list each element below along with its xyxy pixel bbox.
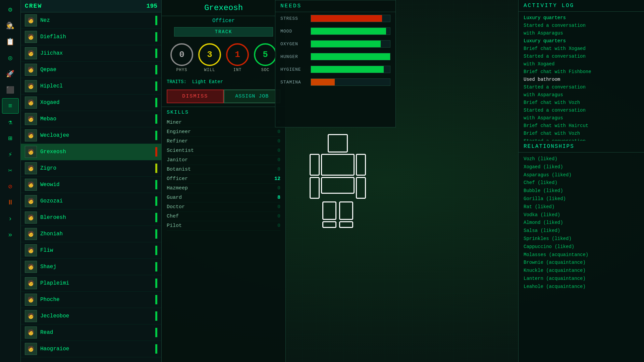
assign-job-button[interactable]: ASSIGN JOB: [224, 89, 281, 103]
skill-row: Engineer 0: [167, 127, 280, 137]
crew-item[interactable]: 🧑 Dieflaih: [21, 29, 161, 45]
relation-item: Asparagus (liked): [524, 171, 639, 179]
bolt-icon[interactable]: ⚡: [2, 146, 19, 162]
document-icon[interactable]: 📋: [2, 34, 19, 49]
skill-row: Chef 0: [167, 212, 280, 221]
character-panel: Grexeosh Officer TRACK 0 PHYS 3 WILL 1 I…: [162, 0, 286, 362]
need-bar-background: [311, 53, 390, 60]
crew-status-bar: [155, 98, 157, 107]
will-circle: 3: [198, 43, 221, 66]
pause-icon[interactable]: ⏸: [2, 195, 19, 210]
tools-icon[interactable]: ✂: [2, 163, 19, 178]
crew-status-bar: [155, 49, 157, 58]
skill-name: Doctor: [167, 204, 185, 210]
skill-value: 0: [277, 148, 280, 154]
stealth-icon[interactable]: 🕵: [2, 18, 19, 33]
crew-item[interactable]: 🧑 Zigro: [21, 160, 161, 177]
relation-item: Salsa (liked): [524, 227, 639, 235]
settings-icon[interactable]: ⚙: [2, 2, 19, 17]
sprite-feet: [322, 221, 353, 228]
screen-icon[interactable]: ⬛: [2, 82, 19, 98]
dismiss-button[interactable]: DISMISS: [167, 89, 224, 103]
relation-item: Vozh (liked): [524, 155, 639, 163]
crew-item[interactable]: 🧑 Nez: [21, 12, 161, 29]
crew-avatar: 🧑: [25, 212, 37, 224]
needs-title: NEEDS: [275, 0, 395, 12]
crew-item[interactable]: 🧑 Grexeosh: [21, 144, 161, 160]
skill-name: Engineer: [167, 129, 191, 135]
double-chevron-icon[interactable]: »: [2, 227, 19, 242]
need-label: OXYGEN: [280, 42, 307, 47]
crew-item[interactable]: 🧑 Jecleoboe: [21, 308, 161, 324]
crew-avatar: 🧑: [25, 310, 37, 322]
crew-item[interactable]: 🧑 Xogaed: [21, 95, 161, 111]
crew-item[interactable]: 🧑 Mebao: [21, 111, 161, 127]
activity-item: Started a conversation: [524, 138, 639, 141]
activity-item: with Asparagus: [524, 115, 639, 122]
sprite-right-leg: [339, 201, 353, 220]
crew-item[interactable]: 🧑 Bleroesh: [21, 209, 161, 226]
crew-item[interactable]: 🧑 Fliw: [21, 242, 161, 259]
skill-row: Scientist 0: [167, 146, 280, 156]
stat-will: 3 WILL: [198, 43, 221, 72]
crew-item[interactable]: 🧑 Zhoniah: [21, 226, 161, 242]
crew-item[interactable]: 🧑 Weowid: [21, 177, 161, 193]
crew-item[interactable]: 🧑 Plapleimi: [21, 275, 161, 292]
crew-status-bar: [155, 213, 157, 222]
sprite-left-foot: [322, 221, 336, 228]
activity-item: with Asparagus: [524, 92, 639, 99]
soc-circle: 5: [254, 43, 277, 66]
crew-status-bar: [155, 16, 157, 25]
crew-status-bar: [155, 262, 157, 272]
crew-member-name: Weowid: [40, 182, 152, 188]
skill-name: Scientist: [167, 148, 194, 154]
activity-item: Started a conversation: [524, 84, 639, 91]
crew-avatar: 🧑: [25, 80, 37, 92]
track-button[interactable]: TRACK: [174, 27, 273, 37]
activity-item: Brief chat with Fishbone: [524, 68, 639, 75]
crew-item[interactable]: 🧑 Hiplecl: [21, 78, 161, 95]
need-row: OXYGEN: [275, 38, 395, 50]
skill-value: 0: [277, 138, 280, 144]
skill-name: Pilot: [167, 223, 182, 229]
crew-item[interactable]: 🧑 Phoche: [21, 292, 161, 308]
sprite-lower-body: [321, 177, 355, 194]
crew-member-name: Haograioe: [40, 346, 152, 352]
flask-icon[interactable]: ⚗: [2, 114, 19, 130]
need-row: HUNGER: [275, 50, 395, 63]
crew-item[interactable]: 🧑 Shaej: [21, 259, 161, 275]
chevron-icon[interactable]: ›: [2, 211, 19, 226]
crew-icon[interactable]: ≡: [2, 98, 19, 114]
need-bar-background: [311, 78, 390, 86]
need-bar-background: [311, 40, 390, 48]
cancel-icon[interactable]: ⊘: [2, 179, 19, 194]
crew-member-name: Qepae: [40, 67, 152, 73]
skill-value: 0: [277, 214, 280, 219]
crew-list: 🧑 Nez 🧑 Dieflaih 🧑 Jiichax 🧑 Qepae 🧑 Hip…: [21, 12, 161, 360]
rocket-icon[interactable]: 🚀: [2, 66, 19, 81]
activity-log-panel: ACTIVITY LOG Luxury quartersStarted a co…: [518, 0, 644, 141]
relation-item: Xogaed (liked): [524, 163, 639, 171]
skill-row: Hazmeep 0: [167, 184, 280, 193]
crew-item[interactable]: 🧑 Jiichax: [21, 45, 161, 62]
crew-item[interactable]: 🧑 Qepae: [21, 62, 161, 78]
relation-item: Vodka (liked): [524, 211, 639, 219]
crew-item[interactable]: 🧑 Read: [21, 324, 161, 341]
grid-icon[interactable]: ⊞: [2, 130, 19, 146]
crew-avatar: 🧑: [25, 64, 37, 76]
crew-status-bar: [155, 279, 157, 288]
activity-item: with Xogaed: [524, 61, 639, 68]
activity-item: Started a conversation: [524, 22, 639, 29]
relationships-panel: RELATIONSHIPS Vozh (liked)Xogaed (liked)…: [518, 141, 644, 362]
target-icon[interactable]: ◎: [2, 50, 19, 65]
skills-list: Miner 0 Engineer 0 Refiner 0 Scientist 0…: [162, 118, 285, 231]
crew-item[interactable]: 🧑 Wecloajee: [21, 127, 161, 144]
crew-avatar: 🧑: [25, 326, 37, 339]
crew-item[interactable]: 🧑 Gozozai: [21, 193, 161, 209]
relationships-list: Vozh (liked)Xogaed (liked)Asparagus (lik…: [519, 153, 644, 294]
sprite-lower-torso-row: [310, 177, 366, 199]
skill-value: 0: [277, 185, 280, 191]
crew-item[interactable]: 🧑 Haograioe: [21, 341, 161, 357]
skill-row: Pilot 0: [167, 221, 280, 231]
crew-avatar: 🧑: [25, 162, 37, 174]
